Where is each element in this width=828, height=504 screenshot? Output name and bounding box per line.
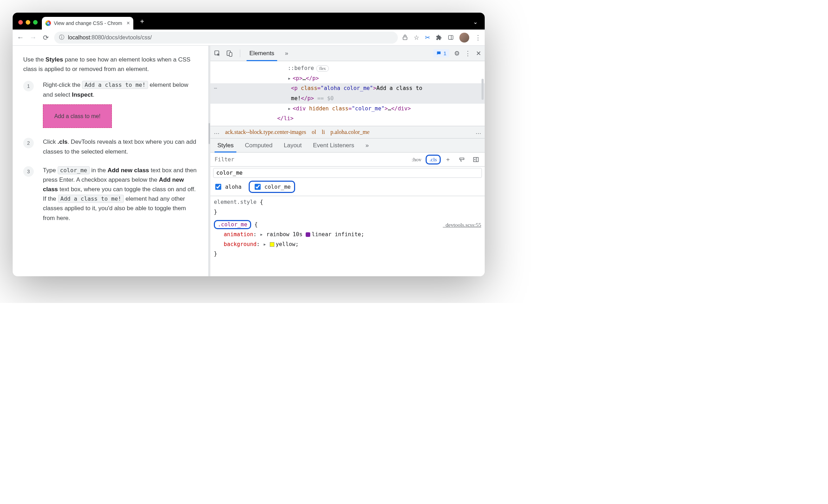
code-snippet: Add a class to me! xyxy=(82,81,148,89)
back-button[interactable]: ← xyxy=(16,33,25,41)
window-zoom-icon[interactable] xyxy=(33,20,38,25)
color-swatch-icon[interactable] xyxy=(270,242,274,247)
chrome-menu-icon[interactable]: ⋮ xyxy=(475,34,481,41)
class-toggle-aloha[interactable]: aloha xyxy=(214,183,242,191)
dom-tree[interactable]: ::beforeflex ▸<p>…</p> ⋯ <p class="aloha… xyxy=(210,61,485,126)
dom-node[interactable]: ▸<p>…</p> xyxy=(210,73,485,84)
url-text: localhost:8080/docs/devtools/css/ xyxy=(68,34,152,41)
step-1: Right-click the Add a class to me! eleme… xyxy=(23,80,198,128)
extensions-icon[interactable] xyxy=(436,34,442,41)
svg-rect-0 xyxy=(403,37,407,40)
dom-breadcrumbs[interactable]: … ack.stack--block.type.center-images ol… xyxy=(210,126,485,138)
crumb-overflow-left[interactable]: … xyxy=(214,129,219,135)
subtab-layout[interactable]: Layout xyxy=(278,138,307,152)
devtools-menu-icon[interactable]: ⋮ xyxy=(465,50,471,57)
reload-button[interactable]: ⟳ xyxy=(42,33,50,42)
rule-source-link[interactable]: _devtools.scss:55 xyxy=(443,220,481,230)
sidepanel-icon[interactable] xyxy=(448,34,454,40)
demo-element[interactable]: Add a class to me! xyxy=(43,104,112,128)
device-toggle-icon[interactable] xyxy=(226,50,236,57)
toolbar-actions: ☆ ✂ ⋮ xyxy=(402,33,481,43)
styles-subtabs: Styles Computed Layout Event Listeners » xyxy=(210,138,485,153)
intro-text: Use the Styles pane to see how an elemen… xyxy=(23,55,198,74)
devtools-panel: Elements » 1 ⚙ ⋮ ✕ ::beforeflex xyxy=(210,46,485,276)
crumb-overflow-right[interactable]: … xyxy=(476,129,481,135)
step-2: Click .cls. DevTools reveals a text box … xyxy=(23,137,198,156)
dom-node-selected[interactable]: me!</p> == $0 xyxy=(210,93,485,104)
class-toggle-color-me[interactable]: color_me xyxy=(249,181,295,193)
bezier-swatch-icon[interactable] xyxy=(306,232,310,237)
overflow-menu-icon[interactable]: ⋯ xyxy=(214,83,218,93)
dom-node-selected[interactable]: ⋯ <p class="aloha color_me">Add a class … xyxy=(210,83,485,93)
hov-toggle[interactable]: :hov xyxy=(408,156,425,163)
subtab-computed[interactable]: Computed xyxy=(239,138,278,152)
tab-strip: View and change CSS - Chrom × + ⌄ xyxy=(13,13,485,30)
webpage: Use the Styles pane to see how an elemen… xyxy=(13,46,208,276)
add-class-input[interactable] xyxy=(213,168,482,178)
styles-filter-input[interactable] xyxy=(210,156,408,163)
rendering-emulations-icon[interactable] xyxy=(455,156,469,163)
dom-scrollbar[interactable] xyxy=(482,79,484,100)
new-tab-button[interactable]: + xyxy=(137,16,147,27)
window-close-icon[interactable] xyxy=(18,20,23,25)
window-minimize-icon[interactable] xyxy=(26,20,30,25)
computed-sidebar-toggle-icon[interactable] xyxy=(469,156,483,163)
forward-button: → xyxy=(29,33,37,41)
checkbox[interactable] xyxy=(215,184,221,190)
crumb[interactable]: ack.stack--block.type.center-images xyxy=(225,129,306,135)
tab-title: View and change CSS - Chrom xyxy=(54,20,122,26)
subtab-event-listeners[interactable]: Event Listeners xyxy=(307,138,360,152)
code-snippet: Add a class to me! xyxy=(58,195,124,203)
styles-pane: :hov .cls ＋ xyxy=(210,153,485,276)
tabs-more-icon[interactable]: » xyxy=(281,50,292,57)
content-area: Use the Styles pane to see how an elemen… xyxy=(13,46,485,276)
svg-rect-1 xyxy=(448,35,453,39)
code-snippet: color_me xyxy=(58,166,90,174)
issues-badge[interactable]: 1 xyxy=(433,49,449,57)
bookmark-icon[interactable]: ☆ xyxy=(414,34,419,41)
step-3: Type color_me in the Add new class text … xyxy=(23,166,198,223)
rule-selector: .color_me xyxy=(214,220,251,229)
site-info-icon[interactable]: ⓘ xyxy=(59,34,64,41)
browser-window: View and change CSS - Chrom × + ⌄ ← → ⟳ … xyxy=(13,13,485,276)
issues-count: 1 xyxy=(444,50,446,56)
crumb[interactable]: li xyxy=(322,129,325,135)
address-bar[interactable]: ⓘ localhost:8080/docs/devtools/css/ xyxy=(54,32,398,44)
chrome-favicon-icon xyxy=(45,20,51,26)
tab-close-icon[interactable]: × xyxy=(127,20,130,26)
style-rule-color-me[interactable]: _devtools.scss:55 .color_me { animation:… xyxy=(210,219,485,261)
crumb[interactable]: p.aloha.color_me xyxy=(331,129,370,135)
tab-elements[interactable]: Elements xyxy=(244,46,279,61)
new-style-rule-icon[interactable]: ＋ xyxy=(441,155,454,163)
dom-node[interactable]: </li> xyxy=(210,114,485,124)
share-icon[interactable] xyxy=(402,34,408,40)
browser-toolbar: ← → ⟳ ⓘ localhost:8080/docs/devtools/css… xyxy=(13,30,485,46)
class-editor: aloha color_me xyxy=(210,167,485,196)
checkbox[interactable] xyxy=(255,184,261,190)
dom-node[interactable]: ▸<div hidden class="color_me">…</div> xyxy=(210,104,485,114)
crumb[interactable]: ol xyxy=(312,129,316,135)
tabs-overflow-icon[interactable]: ⌄ xyxy=(473,19,480,25)
browser-tab[interactable]: View and change CSS - Chrom × xyxy=(42,17,133,30)
cls-toggle[interactable]: .cls xyxy=(426,155,441,164)
pseudo-before: ::before xyxy=(288,65,314,71)
inspect-element-icon[interactable] xyxy=(214,50,224,57)
scissors-icon[interactable]: ✂ xyxy=(425,34,430,41)
devtools-close-icon[interactable]: ✕ xyxy=(476,50,481,57)
flex-badge[interactable]: flex xyxy=(316,65,329,72)
profile-avatar[interactable] xyxy=(459,33,469,43)
devtools-toolbar: Elements » 1 ⚙ ⋮ ✕ xyxy=(210,46,485,61)
subtab-styles[interactable]: Styles xyxy=(212,138,239,152)
subtabs-more-icon[interactable]: » xyxy=(360,138,374,152)
svg-rect-5 xyxy=(229,52,232,56)
style-rule-element[interactable]: element.style { } xyxy=(210,196,485,219)
settings-icon[interactable]: ⚙ xyxy=(454,50,460,57)
styles-filter-row: :hov .cls ＋ xyxy=(210,153,485,167)
window-controls xyxy=(18,20,38,25)
